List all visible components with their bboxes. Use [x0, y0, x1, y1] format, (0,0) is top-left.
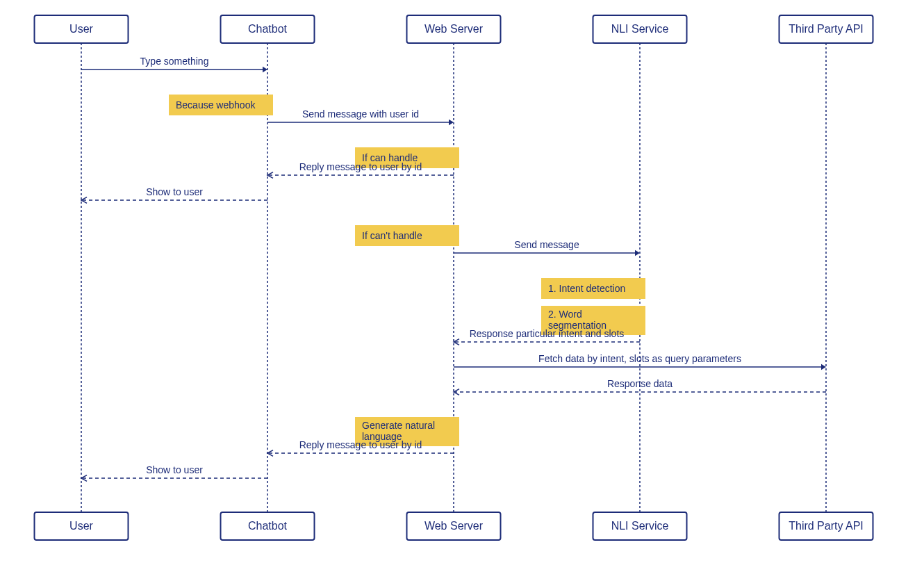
message-label: Response data — [607, 378, 673, 389]
participant-label: Web Server — [424, 520, 484, 532]
participant-nli-top: NLI Service — [593, 15, 687, 43]
participant-user-top: User — [35, 15, 129, 43]
participant-web-bottom: Web Server — [407, 512, 501, 540]
message-label: Response particular intent and slots — [470, 328, 625, 339]
participant-label: User — [69, 23, 93, 35]
participant-label: Web Server — [424, 23, 484, 35]
arrowhead — [821, 364, 826, 370]
participant-label: Chatbot — [248, 23, 288, 35]
note: 1. Intent detection — [541, 278, 645, 299]
participant-api-top: Third Party API — [779, 15, 873, 43]
note-label: Because webhook — [176, 99, 256, 111]
note: If can't handle — [355, 225, 459, 246]
participant-chatbot-bottom: Chatbot — [221, 512, 315, 540]
participant-label: User — [69, 520, 93, 532]
participant-chatbot-top: Chatbot — [221, 15, 315, 43]
message-label: Send message — [514, 239, 579, 250]
arrowhead — [449, 120, 454, 125]
message-label: Reply message to user by id — [299, 439, 422, 450]
participant-label: Chatbot — [248, 520, 288, 532]
participant-label: Third Party API — [789, 23, 864, 35]
arrowhead — [263, 67, 267, 72]
participant-web-top: Web Server — [407, 15, 501, 43]
message-label: Fetch data by intent, slots as query par… — [538, 353, 741, 364]
message-label: Show to user — [146, 464, 203, 475]
note-label: 2. Word — [548, 309, 582, 320]
sequence-diagram: UserChatbotWeb ServerNLI ServiceThird Pa… — [0, 0, 924, 572]
note-label: If can't handle — [362, 230, 422, 241]
arrowhead — [635, 250, 640, 256]
participant-label: NLI Service — [611, 23, 669, 35]
participant-nli-bottom: NLI Service — [593, 512, 687, 540]
note-label: 1. Intent detection — [548, 283, 625, 294]
participant-user-bottom: User — [35, 512, 129, 540]
message-label: Reply message to user by id — [299, 161, 422, 172]
message-label: Show to user — [146, 186, 203, 197]
participant-label: NLI Service — [611, 520, 669, 532]
note: Because webhook — [169, 95, 273, 115]
participant-api-bottom: Third Party API — [779, 512, 873, 540]
participant-label: Third Party API — [789, 520, 864, 532]
note-label: Generate natural — [362, 420, 435, 431]
message-label: Send message with user id — [302, 108, 419, 120]
message-label: Type something — [140, 56, 209, 67]
